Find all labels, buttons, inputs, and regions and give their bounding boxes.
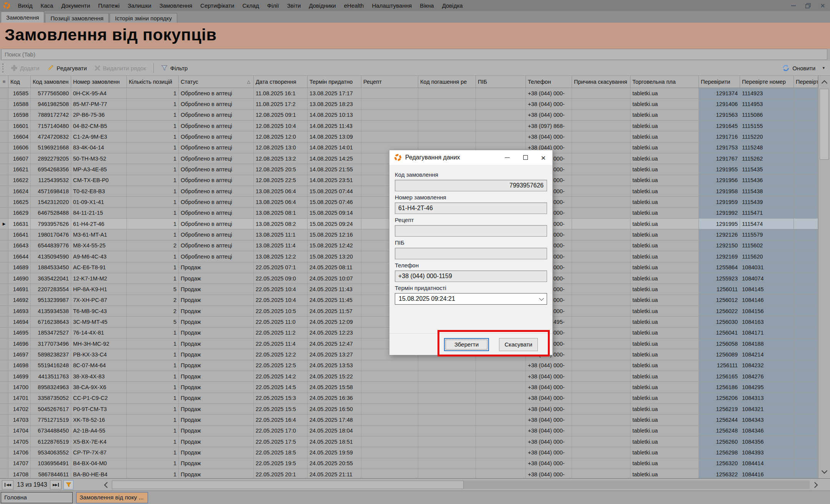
column-header-code[interactable]: Код <box>8 76 31 88</box>
cell-status: Продаж <box>179 338 254 349</box>
table-row[interactable]: ▶ 16601 7157140480 04-B2-CM-B5 1 Обробле… <box>0 121 818 131</box>
full-name-field[interactable] <box>395 248 547 259</box>
menu-item[interactable]: Каса <box>37 0 57 11</box>
search-input[interactable] <box>2 49 827 60</box>
column-header-check-number[interactable]: Перевірте номер <box>740 76 794 88</box>
order-number-field[interactable] <box>395 202 547 214</box>
taskbar-tab[interactable]: Замовлення від поку ... <box>76 492 148 503</box>
cell-check: 1255864 <box>699 262 740 273</box>
restore-button[interactable] <box>801 0 815 11</box>
table-row[interactable]: ▶ 14708 5867844611 BA-B0-HE-B4 1 Продаж … <box>0 469 818 478</box>
table-row[interactable]: ▶ 16585 5777565080 0H-CK-95-A4 1 Обробле… <box>0 88 818 99</box>
scroll-up-button[interactable] <box>818 76 830 88</box>
last-record-button[interactable]: ▶▶ <box>50 480 62 489</box>
cell-expiry: 13.08.2025 17:17 <box>308 88 361 99</box>
cell-positions: 1 <box>127 371 179 382</box>
menu-item[interactable]: eHealth <box>340 0 368 11</box>
page-tab[interactable]: Історія зміни порядку <box>110 13 177 23</box>
menu-item[interactable]: Довідка <box>438 0 467 11</box>
column-header-expiry[interactable]: Термін придатно <box>308 76 361 88</box>
cell-redeem-code <box>418 414 476 425</box>
cell-order-code: 6734488450 <box>31 426 71 436</box>
menu-item[interactable]: Філії <box>263 0 283 11</box>
expiry-combobox[interactable]: 15.08.2025 09:24:21 <box>395 293 547 305</box>
table-row[interactable]: ▶ 14698 5519416248 8C-07-M4-64 1 Продаж … <box>0 360 818 371</box>
dialog-title-bar[interactable]: Редагування даних × <box>389 150 552 165</box>
column-header-platform[interactable]: Торговельна пла <box>630 76 699 88</box>
column-header-redeem-code[interactable]: Код погашення ре <box>418 76 476 88</box>
cell-order-code: 4571698418 <box>31 186 71 197</box>
column-header-cancel-reason[interactable]: Причина скасування <box>572 76 630 88</box>
edit-button[interactable]: Редагувати <box>43 62 91 74</box>
column-header-positions[interactable]: Кількість позицій <box>127 76 179 88</box>
dialog-minimize-button[interactable] <box>498 150 516 165</box>
column-header-check[interactable]: Перевірити <box>699 76 740 88</box>
scroll-right-button[interactable] <box>811 481 820 489</box>
page-tab[interactable]: Позиції замовлення <box>45 13 109 23</box>
cell-order-number: 61-H4-2T-46 <box>71 219 127 229</box>
refresh-dropdown-icon[interactable]: ▼ <box>822 66 825 70</box>
menu-item[interactable]: Замовлення <box>155 0 196 11</box>
close-button[interactable]: × <box>815 0 830 11</box>
menu-item[interactable]: Склад <box>238 0 263 11</box>
menu-item[interactable]: Вікна <box>416 0 438 11</box>
horizontal-scrollbar[interactable] <box>112 481 810 489</box>
table-row[interactable]: ▶ 16604 4724720832 C1-2A-9M-E3 1 Обробле… <box>0 131 818 142</box>
first-record-button[interactable]: ◀◀ <box>2 480 13 489</box>
menu-item[interactable]: Документи <box>57 0 94 11</box>
table-row[interactable]: ▶ 16598 7889172742 2P-B6-75-36 1 Обробле… <box>0 110 818 121</box>
column-header-status[interactable]: Статус△ <box>179 76 254 88</box>
table-row[interactable]: ▶ 14707 1036956491 B4-BX-04-M0 1 Продаж … <box>0 458 818 469</box>
save-button[interactable]: Зберегти <box>444 338 489 351</box>
toolbar-grip[interactable] <box>2 63 3 73</box>
column-header-order-number[interactable]: Номер замовленн <box>71 76 127 88</box>
column-header-phone[interactable]: Телефон <box>526 76 572 88</box>
menu-item[interactable]: Вихід <box>14 0 37 11</box>
menu-item[interactable]: Налаштування <box>368 0 416 11</box>
cell-cancel-reason <box>572 99 630 109</box>
horizontal-scrollbar-thumb[interactable] <box>112 481 464 489</box>
column-header-created[interactable]: Дата створення <box>254 76 308 88</box>
cell-code: 14708 <box>8 469 31 478</box>
table-row[interactable]: ▶ 14699 4413511763 38-X8-4X-83 1 Продаж … <box>0 371 818 382</box>
recipe-field[interactable] <box>395 225 547 237</box>
phone-field[interactable] <box>395 270 547 282</box>
page-tab[interactable]: Замовлення <box>1 12 44 23</box>
row-selector-cell: ▶ <box>0 360 8 371</box>
filter-button[interactable]: Фільтр <box>157 62 191 74</box>
cancel-button[interactable]: Скасувати <box>499 338 538 351</box>
vertical-scrollbar-thumb[interactable] <box>820 89 829 160</box>
table-row[interactable]: ▶ 14701 3358735052 CC-P1-C9-C2 1 Продаж … <box>0 393 818 404</box>
dialog-maximize-button[interactable] <box>516 150 534 165</box>
scroll-down-button[interactable] <box>818 466 830 477</box>
grid-filter-toggle-button[interactable] <box>63 480 73 489</box>
column-header-name[interactable]: ПІБ <box>476 76 526 88</box>
order-code-field[interactable] <box>395 180 547 191</box>
column-header-check2[interactable]: Перевірт <box>794 76 818 88</box>
menu-item[interactable]: Сертифікати <box>196 0 238 11</box>
cell-expiry: 24.05.2025 18:51 <box>308 436 361 447</box>
vertical-scrollbar[interactable] <box>818 76 830 478</box>
table-row[interactable]: ▶ 14702 5045267617 P0-9T-CM-T3 1 Продаж … <box>0 404 818 414</box>
row-selector-cell: ▶ <box>0 164 8 175</box>
cell-recipe <box>361 360 418 371</box>
table-row[interactable]: ▶ 16588 9461982508 85-M7-PM-77 1 Обробле… <box>0 99 818 109</box>
table-row[interactable]: ▶ 14704 6734488450 A2-1B-A4-55 1 Продаж … <box>0 426 818 436</box>
cell-check2 <box>794 349 818 360</box>
cell-check: 1292150 <box>699 240 740 251</box>
dialog-close-button[interactable]: × <box>534 150 552 165</box>
refresh-button[interactable]: Оновити <box>778 62 819 74</box>
table-row[interactable]: ▶ 14705 6122876519 X5-BX-7E-K4 1 Продаж … <box>0 436 818 447</box>
column-header-recipe[interactable]: Рецепт <box>361 76 418 88</box>
scroll-left-button[interactable] <box>102 481 111 489</box>
taskbar-tab[interactable]: Головна <box>1 492 73 503</box>
minimize-button[interactable] <box>786 0 801 11</box>
table-row[interactable]: ▶ 14700 8958324963 38-CA-9X-X6 1 Продаж … <box>0 382 818 393</box>
menu-item[interactable]: Платежі <box>94 0 124 11</box>
table-row[interactable]: ▶ 14703 7751271519 XK-T8-52-16 1 Продаж … <box>0 414 818 425</box>
column-header-order-code[interactable]: Код замовлен <box>31 76 71 88</box>
table-row[interactable]: ▶ 14706 9534063552 CP-TP-7X-87 1 Продаж … <box>0 447 818 458</box>
menu-item[interactable]: Залишки <box>124 0 156 11</box>
menu-item[interactable]: Звіти <box>283 0 305 11</box>
menu-item[interactable]: Довідники <box>305 0 340 11</box>
